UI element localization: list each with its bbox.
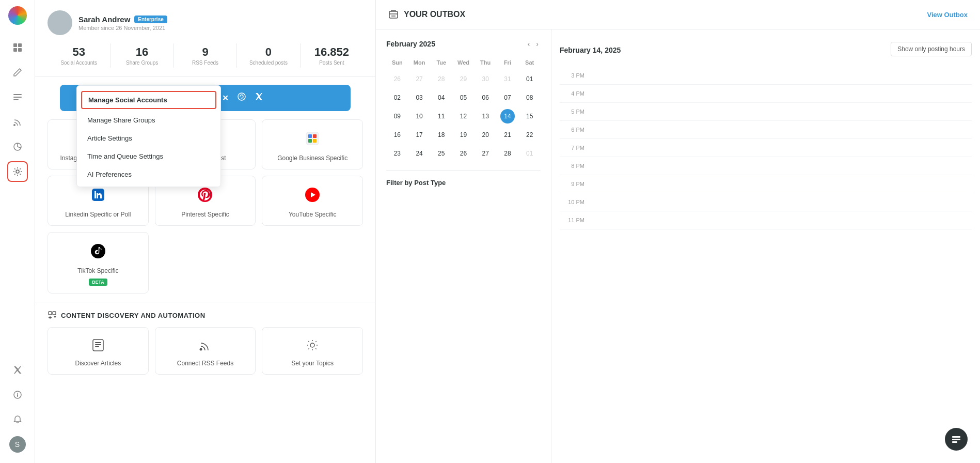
dropdown-item-time-queue-settings[interactable]: Time and Queue Settings (77, 147, 220, 165)
dropdown-item-ai-preferences[interactable]: AI Preferences (77, 165, 220, 183)
calendar-next-btn[interactable]: › (534, 38, 541, 50)
stat-number-rss: 9 (174, 45, 236, 59)
stat-number-groups: 16 (110, 45, 173, 59)
post-type-youtube[interactable]: YouTube Specific (262, 176, 363, 226)
calendar-prev-btn[interactable]: ‹ (526, 38, 532, 50)
svg-point-33 (94, 191, 97, 193)
cal-week-3: 09 10 11 12 13 14 15 (386, 108, 541, 125)
cal-day-26-prev[interactable]: 26 (390, 72, 404, 86)
cal-day-01[interactable]: 01 (523, 72, 537, 86)
cal-day-01-next[interactable]: 01 (523, 146, 537, 161)
cal-day-06[interactable]: 06 (478, 90, 493, 105)
sidebar-item-compose[interactable] (7, 62, 28, 83)
content-discovery-icon (48, 311, 57, 320)
content-discovery-title: CONTENT DISCOVERY AND AUTOMATION (48, 311, 363, 320)
sidebar-item-twitter[interactable] (7, 360, 28, 380)
panels: Sarah Andrew Enterprise Member since 26 … (35, 0, 980, 463)
cal-header-sun: Sun (386, 57, 408, 68)
cal-day-26[interactable]: 26 (456, 146, 470, 161)
time-slot-area-7pm (591, 142, 972, 153)
sidebar-item-dashboard[interactable] (7, 37, 28, 58)
app-logo[interactable] (8, 6, 27, 25)
cal-day-21[interactable]: 21 (500, 128, 515, 142)
cal-day-24[interactable]: 24 (412, 146, 426, 161)
time-slot-3pm: 3 PM (560, 67, 972, 85)
cal-day-03[interactable]: 03 (412, 90, 426, 105)
connect-rss-card[interactable]: Connect RSS Feeds (155, 327, 256, 375)
sidebar-item-analytics[interactable] (7, 136, 28, 157)
sidebar-item-info[interactable] (7, 384, 28, 405)
cal-day-16[interactable]: 16 (390, 128, 404, 142)
ai-preferences-label: AI Preferences (87, 171, 132, 178)
time-slot-area-9pm (591, 178, 972, 190)
cal-day-27[interactable]: 27 (478, 146, 493, 161)
stat-label-scheduled: Scheduled posts (237, 60, 299, 66)
youtube-label: YouTube Specific (289, 211, 337, 218)
cal-day-10[interactable]: 10 (412, 109, 426, 124)
sidebar-item-notifications[interactable] (7, 409, 28, 430)
cal-day-07[interactable]: 07 (500, 90, 515, 105)
cal-day-30-prev[interactable]: 30 (478, 72, 493, 86)
cal-day-18[interactable]: 18 (434, 128, 449, 142)
time-label-9pm: 9 PM (560, 181, 591, 187)
svg-rect-40 (95, 342, 101, 343)
cal-day-23[interactable]: 23 (390, 146, 404, 161)
cal-day-28[interactable]: 28 (500, 146, 515, 161)
social-icon-twitter[interactable] (255, 92, 264, 104)
cal-day-17[interactable]: 17 (412, 128, 426, 142)
filter-post-type: Filter by Post Type (386, 170, 541, 187)
post-type-tiktok[interactable]: TikTok Specific BETA (48, 232, 149, 294)
svg-rect-0 (13, 43, 17, 47)
cal-day-13[interactable]: 13 (478, 109, 493, 124)
enterprise-badge: Enterprise (134, 16, 167, 23)
sidebar-item-feed[interactable] (7, 87, 28, 107)
time-slot-10pm: 10 PM (560, 193, 972, 211)
time-slot-5pm: 5 PM (560, 103, 972, 121)
profile-info: Sarah Andrew Enterprise Member since 26 … (78, 15, 167, 31)
cal-day-12[interactable]: 12 (456, 109, 470, 124)
cal-day-29-prev[interactable]: 29 (456, 72, 470, 86)
cal-day-19[interactable]: 19 (456, 128, 470, 142)
time-slots-panel: February 14, 2025 Show only posting hour… (551, 29, 980, 463)
stat-number-social: 53 (48, 45, 110, 59)
svg-rect-3 (18, 48, 22, 52)
social-icon-x[interactable]: ✕ (222, 94, 229, 103)
social-icon-threads[interactable] (237, 92, 246, 104)
cal-day-27-prev[interactable]: 27 (412, 72, 426, 86)
time-slot-6pm: 6 PM (560, 121, 972, 139)
cal-day-04[interactable]: 04 (434, 90, 449, 105)
cal-day-09[interactable]: 09 (390, 109, 404, 124)
cal-day-22[interactable]: 22 (523, 128, 537, 142)
time-slot-7pm: 7 PM (560, 139, 972, 157)
cal-header-fri: Fri (497, 57, 519, 68)
cal-day-15[interactable]: 15 (523, 109, 537, 124)
cal-day-28-prev[interactable]: 28 (434, 72, 449, 86)
stat-label-rss: RSS Feeds (174, 60, 236, 66)
cal-day-02[interactable]: 02 (390, 90, 404, 105)
discover-articles-icon (91, 338, 105, 356)
cal-header-tue: Tue (430, 57, 452, 68)
sidebar-item-settings[interactable] (7, 161, 28, 182)
post-type-google-business[interactable]: Google Business Specific (262, 119, 363, 169)
cal-day-20[interactable]: 20 (478, 128, 493, 142)
set-topics-card[interactable]: Set your Topics (262, 327, 363, 375)
cal-day-31-prev[interactable]: 31 (500, 72, 515, 86)
time-queue-settings-label: Time and Queue Settings (87, 152, 163, 160)
cal-day-25[interactable]: 25 (434, 146, 449, 161)
sidebar-item-rss[interactable] (7, 112, 28, 132)
article-settings-label: Article Settings (87, 134, 132, 142)
discover-articles-card[interactable]: Discover Articles (48, 327, 149, 375)
time-slot-area-11pm (591, 214, 972, 226)
time-slot-area-4pm (591, 88, 972, 99)
dropdown-item-manage-social-accounts[interactable]: Manage Social Accounts (81, 91, 216, 109)
cal-day-14-today[interactable]: 14 (500, 109, 515, 124)
chat-fab[interactable] (945, 428, 968, 451)
show-posting-hours-btn[interactable]: Show only posting hours (891, 42, 972, 56)
cal-day-11[interactable]: 11 (434, 109, 449, 124)
cal-day-08[interactable]: 08 (523, 90, 537, 105)
view-outbox-link[interactable]: View Outbox (927, 11, 968, 19)
cal-day-05[interactable]: 05 (456, 90, 470, 105)
sidebar-item-avatar[interactable]: S (7, 434, 28, 455)
dropdown-item-manage-share-groups[interactable]: Manage Share Groups (77, 111, 220, 129)
dropdown-item-article-settings[interactable]: Article Settings (77, 129, 220, 147)
